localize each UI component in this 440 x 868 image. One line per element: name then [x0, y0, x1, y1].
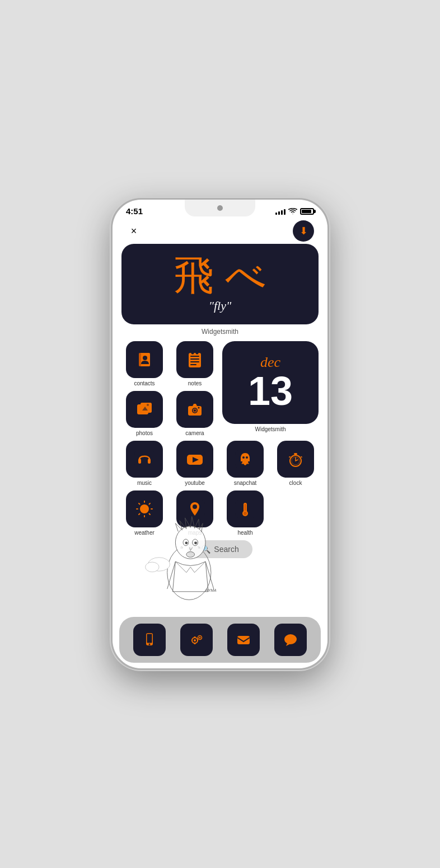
health-icon [227, 490, 264, 527]
weather-icon [126, 490, 163, 527]
svg-point-25 [198, 407, 200, 409]
mail-icon [227, 624, 260, 656]
notes-icon [176, 341, 213, 378]
battery-icon [300, 208, 314, 215]
svg-rect-28 [148, 459, 151, 464]
big-widget-label: Widgetsmith [121, 328, 319, 336]
photos-label: photos [136, 430, 153, 436]
svg-point-13 [196, 352, 199, 355]
clock-icon [277, 441, 314, 478]
download-button[interactable]: ⬇ [293, 220, 314, 242]
dock-item-settings[interactable] [175, 624, 218, 656]
kanji-text: 飛 べ [133, 255, 307, 295]
maps-label: maps [188, 530, 202, 536]
app-item-maps[interactable]: maps [172, 490, 218, 536]
svg-rect-7 [189, 353, 201, 367]
svg-point-24 [194, 409, 196, 412]
date-widget-inner: dec 13 [222, 341, 319, 424]
svg-point-34 [246, 456, 248, 459]
close-button[interactable]: × [126, 223, 142, 239]
app-item-photos[interactable]: photos [121, 391, 167, 436]
svg-line-51 [149, 514, 151, 515]
app-item-empty [273, 490, 319, 536]
date-widget-label: Widgetsmith [255, 426, 285, 432]
svg-point-55 [193, 504, 197, 509]
svg-rect-26 [134, 449, 155, 469]
app-row-1: contacts [121, 341, 319, 436]
app-item-music[interactable]: music [121, 441, 167, 486]
settings-icon [180, 624, 213, 656]
camera-icon [176, 391, 213, 428]
svg-line-53 [139, 514, 140, 515]
svg-point-12 [191, 352, 194, 355]
svg-point-73 [146, 562, 159, 572]
download-icon: ⬇ [299, 225, 308, 237]
snapchat-icon [227, 441, 264, 478]
app-row-3: music youtube [121, 441, 319, 486]
svg-point-79 [194, 639, 196, 641]
app-item-clock[interactable]: clock [273, 441, 319, 486]
svg-point-81 [199, 637, 201, 639]
phone-icon [133, 624, 166, 656]
youtube-label: youtube [185, 480, 205, 486]
status-time: 4:51 [126, 206, 143, 216]
svg-point-88 [288, 636, 293, 642]
app-item-weather[interactable]: weather [121, 490, 167, 536]
svg-point-59 [244, 512, 247, 515]
app-item-contacts[interactable]: contacts [121, 341, 167, 386]
notch [185, 200, 255, 216]
health-label: health [237, 530, 252, 536]
search-pill[interactable]: 🔍 Search [188, 540, 252, 558]
date-widget[interactable]: dec 13 Widgetsmith [222, 341, 319, 436]
messages-icon [274, 624, 307, 656]
music-icon [126, 441, 163, 478]
battery-fill [302, 210, 311, 213]
svg-rect-86 [237, 636, 250, 644]
svg-text:RYMA: RYMA [205, 588, 217, 592]
app-item-health[interactable]: health [222, 490, 268, 536]
dock-item-phone[interactable] [128, 624, 171, 656]
photos-icon [126, 391, 163, 428]
svg-point-77 [149, 644, 151, 645]
svg-rect-27 [138, 459, 141, 464]
svg-point-4 [143, 356, 147, 360]
contacts-icon [126, 341, 163, 378]
screen-content: × ⬇ 飛 べ "fly" Widgetsmith [113, 218, 327, 563]
weather-label: weather [134, 530, 155, 536]
svg-rect-85 [197, 640, 198, 641]
dock-item-messages[interactable] [269, 624, 312, 656]
svg-point-45 [140, 504, 149, 513]
dock [119, 617, 321, 663]
date-day: 13 [248, 371, 293, 411]
svg-line-50 [139, 503, 140, 504]
search-label: Search [214, 545, 238, 554]
status-icons [275, 208, 314, 215]
fly-text: "fly" [133, 299, 307, 313]
signal-icon [275, 208, 285, 215]
svg-rect-84 [191, 640, 193, 641]
youtube-icon [176, 441, 213, 478]
svg-rect-76 [147, 634, 152, 643]
notch-camera [217, 205, 223, 211]
app-item-camera[interactable]: camera [172, 391, 218, 436]
top-row: × ⬇ [121, 218, 319, 244]
camera-label: camera [185, 430, 204, 436]
app-item-snapchat[interactable]: snapchat [222, 441, 268, 486]
svg-rect-83 [194, 643, 196, 644]
app-item-notes[interactable]: notes [172, 341, 218, 386]
search-bar[interactable]: 🔍 Search [121, 540, 319, 558]
svg-rect-41 [294, 453, 297, 455]
notes-label: notes [188, 380, 202, 386]
svg-point-19 [147, 404, 149, 406]
wifi-icon [288, 208, 297, 215]
contacts-label: contacts [134, 380, 155, 386]
maps-icon [176, 490, 213, 527]
dock-item-mail[interactable] [222, 624, 265, 656]
big-widget: 飛 べ "fly" [121, 244, 319, 324]
music-label: music [137, 480, 152, 486]
snapchat-label: snapchat [234, 480, 257, 486]
search-icon: 🔍 [201, 545, 210, 554]
phone-screen: 4:51 [113, 200, 327, 668]
app-item-youtube[interactable]: youtube [172, 441, 218, 486]
svg-rect-82 [194, 636, 196, 638]
